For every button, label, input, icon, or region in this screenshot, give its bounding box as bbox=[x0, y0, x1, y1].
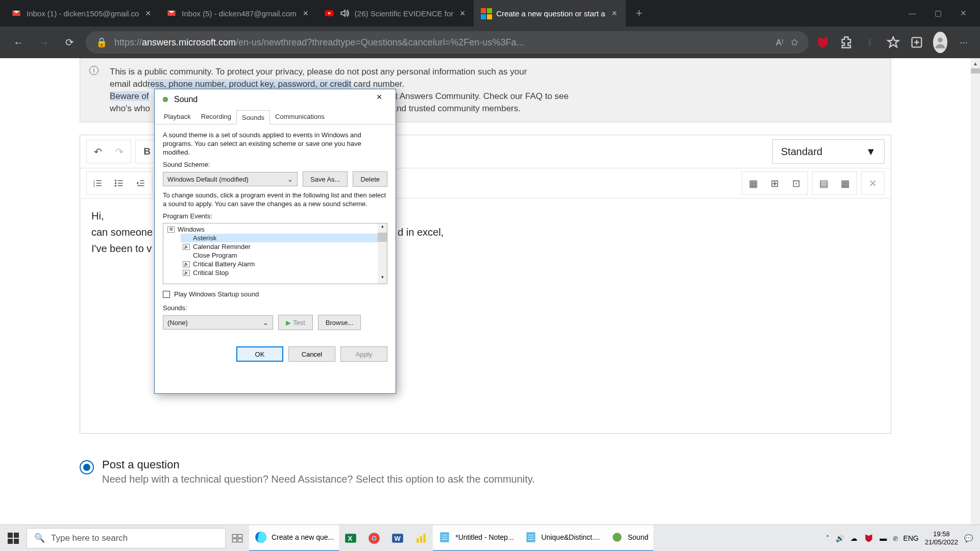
maximize-button[interactable]: ▢ bbox=[935, 9, 942, 18]
svg-rect-10 bbox=[238, 534, 242, 538]
read-aloud-icon[interactable]: A⁾ bbox=[776, 38, 783, 47]
scroll-down-icon[interactable]: ▾ bbox=[378, 274, 387, 284]
checkbox-label: Play Windows Startup sound bbox=[174, 290, 259, 298]
tab-communications[interactable]: Communications bbox=[270, 110, 330, 124]
clear-format-button[interactable]: ✕ bbox=[863, 173, 883, 193]
taskbar-item-sound[interactable]: Sound bbox=[605, 525, 653, 552]
outdent-button[interactable] bbox=[131, 173, 151, 193]
tab-recording[interactable]: Recording bbox=[196, 110, 236, 124]
collections-icon[interactable] bbox=[910, 35, 924, 49]
editor-line: can someone bbox=[91, 227, 153, 238]
tray-onedrive-icon[interactable]: ☁ bbox=[850, 534, 857, 542]
favorite-icon[interactable]: ✩ bbox=[791, 37, 798, 48]
delete-button[interactable]: Delete bbox=[353, 171, 387, 187]
svg-text:W: W bbox=[395, 535, 401, 542]
program-events-tree[interactable]: ⊞Windows Asterisk 🔈Calendar Reminder Clo… bbox=[163, 223, 387, 284]
browser-tab-2[interactable]: (26) Scientific EVIDENCE for × bbox=[317, 0, 474, 27]
chevron-down-icon: ⌄ bbox=[263, 319, 268, 327]
scheme-select[interactable]: Windows Default (modified) ⌄ bbox=[163, 172, 298, 186]
forward-button[interactable]: → bbox=[35, 33, 53, 52]
info-icon: i bbox=[89, 66, 99, 75]
minimize-button[interactable]: — bbox=[909, 9, 916, 18]
bullet-list-button[interactable] bbox=[109, 173, 130, 193]
favorites-icon[interactable] bbox=[886, 35, 900, 49]
tray-project-icon[interactable]: ⎚ bbox=[893, 534, 897, 542]
tree-item-close[interactable]: Close Program bbox=[181, 251, 385, 260]
extensions-icon[interactable] bbox=[839, 35, 853, 49]
url-input[interactable]: 🔒 https://answers.microsoft.com/en-us/ne… bbox=[86, 31, 808, 54]
reload-button[interactable]: ⟳ bbox=[60, 33, 79, 52]
chevron-down-icon: ⌄ bbox=[287, 176, 293, 183]
close-icon[interactable]: × bbox=[610, 9, 619, 17]
scroll-up-icon[interactable]: ▴ bbox=[378, 223, 387, 233]
task-view-button[interactable] bbox=[226, 525, 249, 552]
start-button[interactable] bbox=[0, 525, 27, 552]
undo-button[interactable]: ↶ bbox=[88, 141, 108, 162]
taskbar-item-edge[interactable]: Create a new que... bbox=[249, 525, 339, 552]
save-as-button[interactable]: Save As... bbox=[303, 171, 348, 187]
close-window-button[interactable]: ✕ bbox=[960, 9, 967, 18]
tray-volume-icon[interactable]: 🔊 bbox=[836, 534, 844, 542]
radio-button[interactable] bbox=[80, 460, 94, 474]
new-tab-button[interactable]: + bbox=[626, 7, 653, 20]
apply-button[interactable]: Apply bbox=[340, 346, 387, 362]
mcafee-icon[interactable] bbox=[816, 35, 830, 49]
redo-button[interactable]: ↷ bbox=[109, 141, 130, 162]
taskbar-item-chrome[interactable] bbox=[362, 525, 386, 552]
cancel-button[interactable]: Cancel bbox=[288, 346, 335, 362]
taskbar: 🔍 Type here to search Create a new que..… bbox=[0, 524, 980, 551]
tree-scrollbar[interactable]: ▴ ▾ bbox=[378, 223, 387, 284]
close-icon[interactable]: × bbox=[302, 9, 310, 17]
profile-avatar[interactable] bbox=[933, 35, 947, 49]
insert-tool-button[interactable]: ⊡ bbox=[786, 173, 806, 193]
table-button[interactable]: ▤ bbox=[814, 173, 834, 193]
dialog-titlebar[interactable]: Sound × bbox=[155, 89, 396, 110]
ok-button[interactable]: OK bbox=[236, 346, 283, 362]
tree-item-battery[interactable]: 🔈Critical Battery Alarm bbox=[181, 260, 385, 268]
browser-tab-3[interactable]: Create a new question or start a × bbox=[474, 0, 625, 27]
taskbar-item-word[interactable]: W bbox=[386, 525, 409, 552]
numbered-list-button[interactable]: 123 bbox=[88, 173, 108, 193]
tree-item-asterisk[interactable]: Asterisk bbox=[181, 234, 385, 242]
taskbar-item-notepad-2[interactable]: Unique&Distinct.... bbox=[519, 525, 605, 552]
editor-line: d in excel, bbox=[398, 227, 444, 238]
speaker-icon bbox=[161, 95, 170, 104]
back-button[interactable]: ← bbox=[9, 33, 28, 52]
insert-code-button[interactable]: ⊞ bbox=[765, 173, 785, 193]
close-icon[interactable]: × bbox=[458, 9, 467, 17]
page-scrollbar[interactable]: ▲ ▼ bbox=[971, 58, 980, 532]
insert-image-button[interactable]: ▦ bbox=[743, 173, 764, 193]
browser-tab-1[interactable]: Inbox (5) - dicken487@gmail.com × bbox=[159, 0, 317, 27]
taskbar-item-notepad-1[interactable]: *Untitled - Notep... bbox=[433, 525, 519, 552]
scroll-thumb[interactable] bbox=[378, 233, 387, 242]
close-icon[interactable]: × bbox=[144, 9, 152, 17]
more-icon[interactable]: ⋯ bbox=[957, 35, 971, 49]
taskbar-item-excel[interactable]: X bbox=[339, 525, 362, 552]
clock-date: 21/05/2022 bbox=[925, 538, 958, 546]
sounds-select[interactable]: (None) ⌄ bbox=[163, 315, 273, 330]
browse-button[interactable]: Browse... bbox=[318, 315, 361, 330]
tray-mcafee-icon[interactable] bbox=[864, 533, 874, 543]
tree-root[interactable]: ⊞Windows bbox=[165, 225, 385, 234]
tray-language[interactable]: ENG bbox=[903, 534, 919, 542]
post-type-radio[interactable]: Post a question Need help with a technic… bbox=[80, 458, 891, 485]
notice-text: soft Answers Community. Check our FAQ to… bbox=[384, 91, 569, 101]
tree-item-critical[interactable]: 🔈Critical Stop bbox=[181, 268, 385, 277]
tray-clock[interactable]: 19:58 21/05/2022 bbox=[925, 530, 958, 546]
scroll-thumb[interactable] bbox=[971, 68, 980, 73]
tray-battery-icon[interactable]: ▬ bbox=[880, 534, 887, 542]
tray-chevron-icon[interactable]: ˄ bbox=[826, 534, 829, 542]
dialog-close-button[interactable]: × bbox=[369, 92, 389, 107]
checkbox-icon[interactable] bbox=[163, 291, 170, 298]
tab-playback[interactable]: Playback bbox=[159, 110, 196, 124]
grid-button[interactable]: ▦ bbox=[835, 173, 855, 193]
startup-sound-checkbox[interactable]: Play Windows Startup sound bbox=[163, 290, 387, 298]
taskbar-item-powerbi[interactable] bbox=[409, 525, 433, 552]
style-select[interactable]: Standard ▼ bbox=[772, 139, 885, 164]
tree-item-calendar[interactable]: 🔈Calendar Reminder bbox=[181, 242, 385, 251]
tray-notifications-icon[interactable]: 💬 bbox=[964, 534, 973, 542]
browser-tab-0[interactable]: Inbox (1) - dicken1505@gmail.co × bbox=[4, 0, 159, 27]
taskbar-search[interactable]: 🔍 Type here to search bbox=[27, 528, 226, 548]
scroll-up-icon[interactable]: ▲ bbox=[971, 58, 980, 68]
tab-sounds[interactable]: Sounds bbox=[236, 110, 270, 124]
